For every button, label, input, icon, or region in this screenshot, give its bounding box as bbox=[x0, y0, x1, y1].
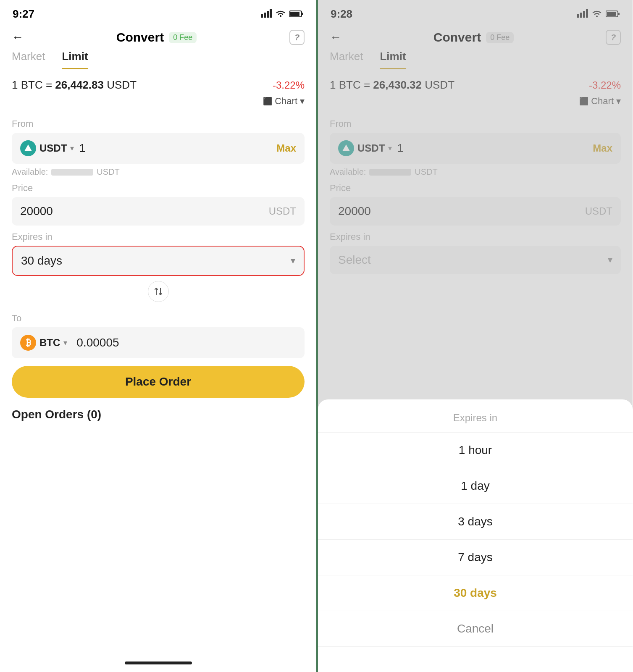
svg-rect-10 bbox=[580, 13, 582, 18]
price-label-left: Price bbox=[12, 183, 305, 194]
wifi-icon-right bbox=[591, 8, 602, 20]
sheet-option-1day[interactable]: 1 day bbox=[318, 468, 633, 504]
svg-rect-2 bbox=[267, 11, 269, 18]
sheet-option-3days[interactable]: 3 days bbox=[318, 504, 633, 540]
price-unit-right: USDT bbox=[585, 205, 612, 217]
expires-chevron-right: ▾ bbox=[608, 255, 612, 265]
tab-market-right[interactable]: Market bbox=[330, 50, 363, 69]
tab-limit-left[interactable]: Limit bbox=[62, 50, 88, 69]
battery-icon-right bbox=[606, 8, 620, 20]
svg-marker-17 bbox=[342, 144, 350, 151]
rate-row-left: 1 BTC = 26,442.83 USDT -3.22% bbox=[0, 71, 316, 94]
currency-selector-btc-left[interactable]: ₿ BTC ▾ bbox=[20, 335, 67, 351]
chevron-usdt-right: ▾ bbox=[388, 144, 392, 153]
svg-point-13 bbox=[596, 16, 598, 17]
currency-selector-usdt-right[interactable]: USDT ▾ bbox=[338, 140, 392, 156]
available-row-left: Available: USDT bbox=[12, 167, 305, 177]
help-icon-right[interactable]: ? bbox=[606, 30, 621, 45]
rate-text-right: 1 BTC = 26,430.32 USDT bbox=[330, 79, 454, 92]
from-label-right: From bbox=[330, 118, 621, 129]
home-indicator-left bbox=[125, 662, 192, 664]
signal-icon-left bbox=[261, 8, 272, 20]
svg-rect-12 bbox=[586, 9, 588, 18]
sheet-option-7days[interactable]: 7 days bbox=[318, 540, 633, 575]
from-amount-input-right[interactable] bbox=[397, 142, 588, 155]
to-input-box-left: ₿ BTC ▾ 0.00005 bbox=[12, 327, 305, 358]
status-icons-right bbox=[577, 8, 620, 20]
chart-row-left: ⬛ Chart ▾ bbox=[0, 94, 316, 113]
wifi-icon-left bbox=[275, 8, 286, 20]
from-input-box-left: USDT ▾ Max bbox=[12, 133, 305, 164]
header-right: ← Convert 0 Fee ? bbox=[318, 25, 633, 50]
available-blur-left bbox=[51, 169, 93, 176]
usdt-icon-right bbox=[338, 140, 354, 156]
svg-rect-0 bbox=[261, 14, 263, 18]
chart-mini-icon-left: ⬛ bbox=[263, 97, 272, 106]
price-value-left: 20000 bbox=[20, 205, 53, 218]
svg-rect-11 bbox=[583, 11, 585, 18]
svg-rect-6 bbox=[290, 12, 299, 16]
to-amount-left: 0.00005 bbox=[72, 336, 296, 349]
header-center-right: Convert 0 Fee bbox=[433, 30, 514, 45]
fee-badge-left: 0 Fee bbox=[169, 32, 197, 43]
price-box-right: 20000 USDT bbox=[330, 197, 621, 226]
chart-link-left[interactable]: ⬛ Chart ▾ bbox=[263, 96, 305, 107]
left-phone-panel: 9:27 ← Convert 0 Fee ? Market Li bbox=[0, 0, 316, 672]
sheet-option-1hour[interactable]: 1 hour bbox=[318, 433, 633, 468]
tabs-left: Market Limit bbox=[0, 50, 316, 69]
sheet-option-30days[interactable]: 30 days bbox=[318, 575, 633, 611]
max-button-left[interactable]: Max bbox=[276, 142, 296, 154]
back-button-left[interactable]: ← bbox=[12, 31, 24, 44]
rate-text-left: 1 BTC = 26,442.83 USDT bbox=[12, 79, 137, 92]
tab-limit-right[interactable]: Limit bbox=[380, 50, 406, 69]
price-box-left: 20000 USDT bbox=[12, 197, 305, 226]
svg-rect-16 bbox=[618, 13, 620, 15]
svg-marker-8 bbox=[24, 144, 32, 151]
btc-icon-left: ₿ bbox=[20, 335, 36, 351]
from-amount-input-left[interactable] bbox=[79, 142, 271, 155]
to-label-left: To bbox=[12, 313, 305, 324]
status-bar-left: 9:27 bbox=[0, 0, 316, 25]
svg-rect-15 bbox=[607, 12, 616, 16]
max-button-right[interactable]: Max bbox=[593, 142, 612, 154]
rate-row-right: 1 BTC = 26,430.32 USDT -3.22% bbox=[318, 71, 633, 94]
sheet-title: Expires in bbox=[318, 399, 633, 433]
expires-bottom-sheet: Expires in 1 hour 1 day 3 days 7 days 30… bbox=[318, 399, 633, 672]
available-row-right: Available: USDT bbox=[330, 167, 621, 177]
right-phone-panel: 9:28 ← Convert 0 Fee ? Market Li bbox=[316, 0, 633, 672]
status-bar-right: 9:28 bbox=[318, 0, 633, 25]
battery-icon-left bbox=[289, 8, 304, 20]
to-section-left: To ₿ BTC ▾ 0.00005 Place Order bbox=[0, 307, 316, 408]
currency-name-usdt-right: USDT bbox=[357, 142, 385, 154]
expires-value-right: Select bbox=[338, 253, 371, 267]
expires-box-right[interactable]: Select ▾ bbox=[330, 246, 621, 274]
price-value-right: 20000 bbox=[338, 205, 371, 218]
back-button-right[interactable]: ← bbox=[330, 31, 341, 44]
tabs-right: Market Limit bbox=[318, 50, 633, 69]
svg-rect-9 bbox=[577, 14, 579, 18]
help-icon-left[interactable]: ? bbox=[289, 30, 305, 45]
place-order-button-left[interactable]: Place Order bbox=[12, 366, 305, 398]
price-label-right: Price bbox=[330, 183, 621, 194]
chart-mini-icon-right: ⬛ bbox=[579, 97, 588, 106]
expires-box-left[interactable]: 30 days ▾ bbox=[13, 247, 304, 275]
expires-label-right: Expires in bbox=[330, 231, 621, 242]
header-left: ← Convert 0 Fee ? bbox=[0, 25, 316, 50]
chart-chevron-left: ▾ bbox=[300, 96, 305, 107]
currency-selector-usdt-left[interactable]: USDT ▾ bbox=[20, 140, 74, 156]
form-right: From USDT ▾ Max Available: USDT Price 20… bbox=[318, 113, 633, 274]
swap-button-left[interactable] bbox=[148, 281, 169, 302]
available-blur-right bbox=[369, 169, 411, 176]
svg-rect-3 bbox=[270, 9, 272, 18]
rate-change-left: -3.22% bbox=[273, 79, 305, 91]
sheet-option-cancel[interactable]: Cancel bbox=[318, 611, 633, 647]
price-unit-left: USDT bbox=[269, 205, 296, 217]
svg-point-4 bbox=[280, 16, 281, 17]
expires-value-left: 30 days bbox=[21, 254, 62, 268]
chart-link-right[interactable]: ⬛ Chart ▾ bbox=[579, 96, 621, 107]
swap-row-left bbox=[0, 276, 316, 307]
tab-market-left[interactable]: Market bbox=[12, 50, 45, 69]
chevron-btc-left: ▾ bbox=[63, 338, 67, 347]
from-input-box-right: USDT ▾ Max bbox=[330, 133, 621, 164]
form-left: From USDT ▾ Max Available: USDT Price 20… bbox=[0, 113, 316, 276]
